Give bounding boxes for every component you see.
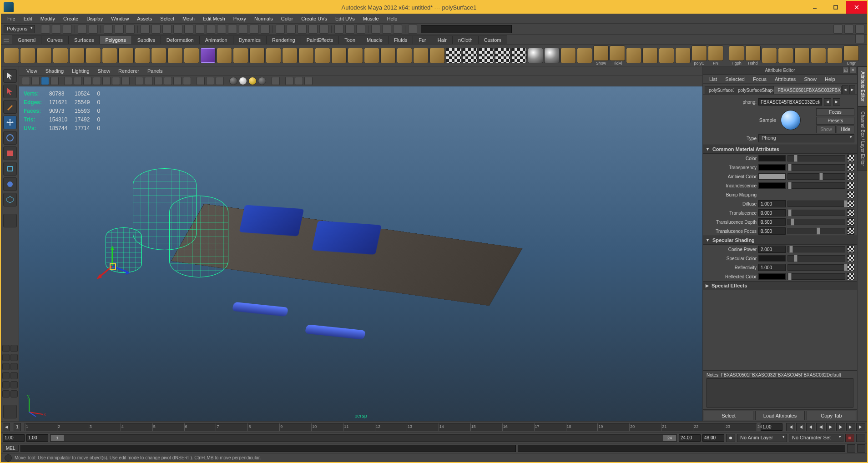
attr-editor-toggle-icon[interactable] [844, 25, 853, 34]
viewport[interactable]: Verts:80783105240Edges:171621255490Faces… [19, 86, 702, 421]
shelf-tab-ncloth[interactable]: nCloth [452, 35, 479, 44]
shelf-button[interactable] [827, 48, 843, 63]
vp-film-gate-icon[interactable] [74, 77, 82, 85]
vp-selected-lights-icon[interactable] [248, 77, 257, 85]
auto-key-toggle[interactable] [845, 434, 854, 442]
shelf-tab-painteffects[interactable]: PaintEffects [301, 35, 339, 44]
panel-undock-icon[interactable]: ◱ [843, 67, 849, 73]
nav-fwd-icon[interactable]: ► [833, 98, 840, 106]
value-slider[interactable] [787, 155, 845, 161]
shelf-button[interactable] [511, 48, 527, 63]
map-button-icon[interactable] [847, 191, 854, 198]
vp-default-light-icon[interactable] [229, 77, 237, 85]
show-manip-tool[interactable] [3, 193, 17, 206]
shelf-button[interactable] [675, 48, 691, 63]
shelf-button[interactable] [184, 48, 199, 63]
menu-display[interactable]: Display [83, 15, 106, 22]
vp-shadows-icon[interactable] [173, 77, 182, 85]
side-tab-channel-box[interactable]: Channel Box / Layer Editor [858, 106, 867, 171]
shelf-button[interactable] [69, 48, 85, 63]
map-button-icon[interactable] [847, 209, 854, 216]
shelf-button-show[interactable] [593, 45, 609, 61]
shelf-button[interactable] [331, 48, 347, 63]
vp-shaded-icon[interactable] [145, 77, 153, 85]
color-swatch[interactable] [758, 255, 786, 262]
universal-manip-tool[interactable] [3, 162, 17, 176]
shelf-tab-deformation[interactable]: Deformation [161, 35, 200, 44]
vp-field-chart-icon[interactable] [102, 77, 111, 85]
value-field[interactable] [758, 227, 786, 235]
vp-flat-light-icon[interactable] [258, 77, 266, 85]
load-attributes-button[interactable]: Load Attributes [755, 411, 805, 420]
shelf-tab-curves[interactable]: Curves [41, 35, 69, 44]
layout-icon[interactable] [10, 390, 18, 398]
shelf-button[interactable] [86, 48, 101, 63]
menu-muscle[interactable]: Muscle [359, 15, 383, 22]
shelf-button[interactable] [348, 48, 363, 63]
menu-window[interactable]: Window [107, 15, 132, 22]
menu-help[interactable]: Help [384, 15, 401, 22]
go-to-start-button[interactable] [786, 423, 795, 431]
anim-end-field[interactable] [702, 434, 724, 442]
attr-tab[interactable]: polySurface1 [705, 86, 734, 94]
script-editor-icon[interactable] [847, 444, 855, 453]
attr-tab[interactable]: FBXASC0501FBXASC032FBXASC045 [773, 86, 842, 94]
range-slider-track[interactable]: 1 24 [50, 434, 677, 442]
value-slider[interactable] [787, 264, 845, 271]
shelf-button-hidal[interactable] [610, 45, 625, 61]
shelf-button[interactable] [364, 48, 379, 63]
value-slider[interactable] [787, 219, 845, 225]
shelf-button[interactable] [118, 48, 134, 63]
render-settings-icon[interactable] [393, 25, 402, 34]
attr-menu-attributes[interactable]: Attributes [771, 75, 799, 83]
layout-icon[interactable] [2, 363, 10, 370]
shelf-tab-hair[interactable]: Hair [432, 35, 453, 44]
value-field[interactable] [758, 200, 786, 207]
notes-textarea[interactable] [707, 378, 853, 408]
select-mask-icon[interactable] [151, 25, 161, 34]
select-mask-icon[interactable] [228, 25, 237, 34]
shelf-button-hshd[interactable] [745, 45, 761, 61]
attr-tab-nav-icon[interactable]: ► [849, 85, 855, 94]
side-tab-attribute-editor[interactable]: Attribute Editor [858, 66, 867, 106]
shelf-button-polyc[interactable] [691, 45, 707, 61]
time-slider-track[interactable]: 123456789101112131415161718192021222324 [25, 423, 757, 431]
shelf-button[interactable] [135, 48, 150, 63]
layout-icon[interactable] [2, 381, 10, 388]
time-slider[interactable]: ◄ 1 123456789101112131415161718192021222… [1, 421, 867, 432]
range-in-handle[interactable]: 1 [50, 435, 64, 441]
shelf-button[interactable] [380, 48, 396, 63]
color-swatch[interactable] [758, 273, 786, 280]
vp-xray-joints-icon[interactable] [216, 77, 224, 85]
shelf-button-ungr[interactable] [843, 45, 859, 61]
color-swatch[interactable] [758, 173, 786, 180]
close-button[interactable] [846, 1, 867, 14]
vp-image-plane-icon[interactable] [41, 77, 49, 85]
shelf-button[interactable] [479, 48, 494, 63]
maximize-button[interactable] [825, 1, 846, 14]
layout-icon[interactable] [10, 354, 18, 361]
vp-menu-panels[interactable]: Panels [144, 67, 167, 75]
shelf-tab-fluids[interactable]: Fluids [388, 35, 413, 44]
node-name-field[interactable] [758, 98, 822, 106]
shelf-button[interactable] [528, 48, 543, 63]
vp-xray-icon[interactable] [206, 77, 214, 85]
step-forward-button[interactable] [836, 423, 845, 431]
single-pane-icon[interactable] [2, 345, 10, 352]
shelf-tab-polygons[interactable]: Polygons [99, 35, 131, 44]
select-mask-icon[interactable] [162, 25, 172, 34]
menu-mesh[interactable]: Mesh [179, 15, 198, 22]
color-swatch[interactable] [758, 164, 786, 171]
vp-menu-view[interactable]: View [23, 67, 41, 75]
color-swatch[interactable] [758, 155, 786, 161]
map-button-icon[interactable] [847, 155, 854, 162]
color-swatch[interactable] [758, 182, 786, 189]
tool-settings-toggle-icon[interactable] [855, 25, 864, 34]
paint-select-tool[interactable] [3, 100, 17, 114]
menu-edit-uvs[interactable]: Edit UVs [332, 15, 358, 22]
attr-tab-nav-icon[interactable]: ◄ [842, 85, 848, 94]
section-common-material[interactable]: ▼Common Material Attributes [703, 145, 857, 154]
go-to-end-button[interactable] [856, 423, 865, 431]
value-slider[interactable] [787, 164, 845, 171]
vp-isolate-icon[interactable] [197, 77, 205, 85]
